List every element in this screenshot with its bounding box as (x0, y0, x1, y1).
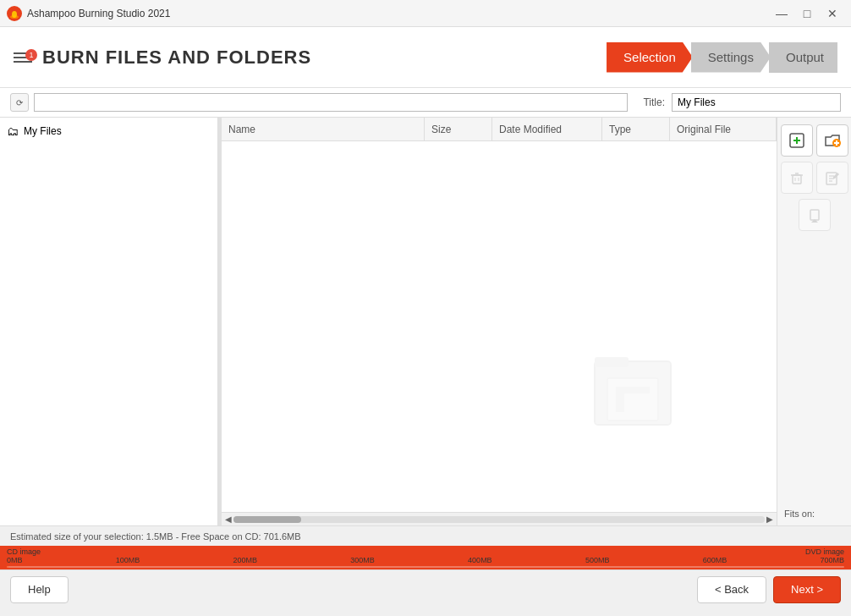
close-button[interactable]: ✕ (821, 5, 844, 22)
scroll-left-arrow[interactable]: ◀ (223, 514, 233, 524)
folder-tree: 🗂 My Files (0, 118, 218, 525)
svg-rect-4 (595, 357, 629, 367)
progress-fill (7, 566, 8, 568)
scroll-thumb[interactable] (233, 516, 301, 523)
svg-point-2 (12, 11, 17, 18)
col-header-size[interactable]: Size (425, 118, 492, 140)
right-toolbar: Fits on: (777, 118, 851, 525)
svg-rect-14 (793, 175, 801, 184)
bottom-bar: Help < Back Next > (0, 569, 851, 608)
tree-item-label: My Files (24, 125, 62, 137)
nav-buttons: < Back Next > (697, 576, 841, 603)
wizard-step-selection[interactable]: Selection (607, 42, 693, 73)
progress-area: CD image DVD image 0MB 100MB 200MB 300MB… (0, 546, 851, 569)
title-bar-left: Ashampoo Burning Studio 2021 (7, 6, 170, 21)
main-header: 1 BURN FILES AND FOLDERS Selection Setti… (0, 27, 851, 88)
tree-item-my-files[interactable]: 🗂 My Files (0, 121, 217, 141)
progress-tick-labels: 0MB 100MB 200MB 300MB 400MB 500MB 600MB … (7, 556, 844, 564)
move-button[interactable] (799, 199, 831, 231)
title-label: Title: (643, 96, 665, 108)
progress-end-label: DVD image (805, 547, 844, 556)
svg-rect-7 (616, 387, 650, 393)
rename-icon (824, 169, 841, 186)
scroll-right-arrow[interactable]: ▶ (765, 514, 775, 524)
minimize-button[interactable]: — (770, 5, 793, 22)
header-left: 1 BURN FILES AND FOLDERS (14, 47, 311, 69)
title-input[interactable] (672, 93, 841, 112)
nav-circle-icon: ⟳ (16, 98, 23, 107)
status-bar: Estimated size of your selection: 1.5MB … (0, 525, 851, 546)
scroll-track[interactable] (233, 516, 765, 523)
title-bar-controls: — □ ✕ (770, 5, 844, 22)
status-text: Estimated size of your selection: 1.5MB … (10, 531, 301, 542)
back-button[interactable]: < Back (697, 576, 766, 603)
path-input-container (34, 93, 628, 112)
empty-folder-icon (590, 340, 692, 444)
next-button[interactable]: Next > (773, 576, 841, 603)
toolbar-row-edit (781, 162, 848, 194)
svg-rect-5 (607, 378, 658, 421)
app-title: Ashampoo Burning Studio 2021 (27, 8, 170, 19)
progress-track (7, 566, 844, 568)
rename-button[interactable] (816, 162, 848, 194)
delete-button[interactable] (781, 162, 813, 194)
wizard-step-output[interactable]: Output (769, 42, 837, 73)
add-folder-button[interactable] (816, 124, 848, 157)
title-bar: Ashampoo Burning Studio 2021 — □ ✕ (0, 0, 851, 27)
progress-start-label: CD image (7, 547, 41, 556)
toolbar-row-move (799, 199, 831, 231)
maximize-button[interactable]: □ (795, 5, 819, 22)
path-input[interactable] (34, 93, 628, 112)
svg-rect-23 (810, 210, 819, 220)
page-title: BURN FILES AND FOLDERS (42, 47, 311, 69)
col-header-date[interactable]: Date Modified (492, 118, 602, 140)
col-header-name[interactable]: Name (222, 118, 425, 140)
path-nav-button[interactable]: ⟳ (10, 93, 29, 112)
add-files-icon (788, 131, 806, 150)
horizontal-scrollbar[interactable]: ◀ ▶ (222, 512, 777, 525)
folder-icon: 🗂 (7, 124, 19, 138)
delete-icon (788, 169, 805, 186)
app-logo (7, 6, 22, 21)
move-down-icon (806, 206, 823, 223)
file-list: Name Size Date Modified Type Original Fi… (222, 118, 777, 525)
col-header-original[interactable]: Original File (670, 118, 777, 140)
toolbar-row-add (781, 124, 848, 157)
title-section: Title: (643, 93, 841, 112)
content-area: 🗂 My Files Name Size Date Modified Type … (0, 118, 851, 525)
col-header-type[interactable]: Type (602, 118, 670, 140)
file-list-body[interactable] (222, 141, 777, 512)
add-folder-icon (823, 131, 842, 150)
wizard-step-settings[interactable]: Settings (691, 42, 771, 73)
menu-button[interactable]: 1 (14, 52, 32, 63)
wizard-steps: Selection Settings Output (607, 42, 837, 73)
file-list-header: Name Size Date Modified Type Original Fi… (222, 118, 777, 141)
help-button[interactable]: Help (10, 576, 69, 603)
add-files-button[interactable] (781, 124, 813, 157)
progress-end-labels: CD image DVD image (7, 547, 844, 556)
path-bar: ⟳ Title: (0, 88, 851, 118)
menu-badge: 1 (25, 49, 37, 61)
fits-on-label: Fits on: (781, 509, 815, 519)
